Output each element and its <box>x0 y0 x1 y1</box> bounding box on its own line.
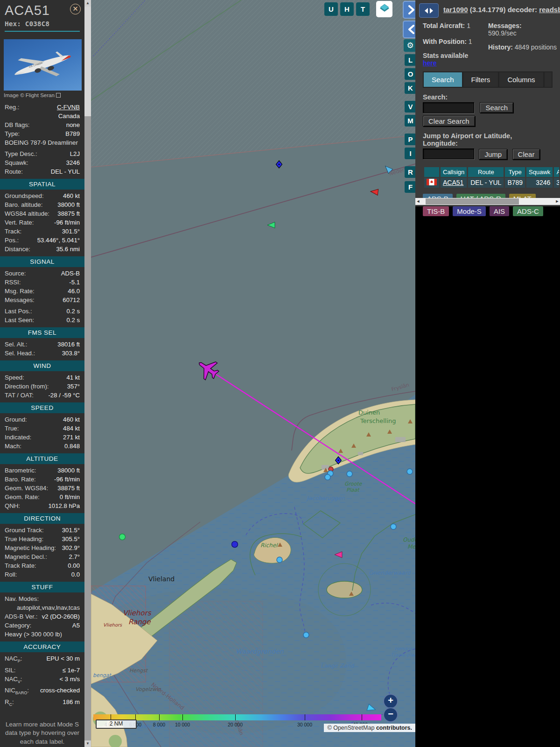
data-label: Groundspeed: <box>5 191 44 200</box>
total-aircraft: Total Aircraft: 1 <box>423 22 488 29</box>
scroll-up-icon[interactable]: ▲ <box>84 0 91 7</box>
map-button-O[interactable]: O <box>405 68 416 80</box>
legend-tick-label: 30 000 <box>297 722 312 727</box>
messages-rate: Messages:590.9/sec <box>488 22 557 37</box>
data-row: Canada <box>0 112 84 120</box>
gear-icon[interactable]: ⚙ <box>404 39 417 52</box>
map-button-M[interactable]: M <box>405 115 416 127</box>
data-row: Type:B789 <box>0 129 84 138</box>
data-row: Indicated:271 kt <box>0 433 84 442</box>
registration-link[interactable]: C-FVNB <box>57 103 80 112</box>
place-label: Plaat <box>346 487 360 493</box>
scroll-left-icon[interactable]: ◄ <box>415 198 421 205</box>
aircraft-info-content: ACA51 ✕ Hex: C038C8 AIR C <box>0 0 84 747</box>
column-header[interactable]: Type <box>505 167 525 177</box>
aircraft-marker[interactable] <box>325 474 330 480</box>
map-button-L[interactable]: L <box>405 54 416 66</box>
jump-input[interactable] <box>423 148 474 159</box>
legend-tick <box>305 714 305 720</box>
data-row: Last Pos.:0.2 s <box>0 307 84 316</box>
map-attribution[interactable]: © OpenStreetMap contributors. <box>324 724 415 732</box>
map-button-R[interactable]: R <box>405 166 416 178</box>
aircraft-marker[interactable] <box>347 471 352 477</box>
scroll-right-icon[interactable]: ► <box>554 198 560 205</box>
left-scrollbar[interactable]: ▲ ▼ <box>84 0 91 747</box>
map-button-K[interactable]: K <box>405 82 416 94</box>
callsign-link[interactable]: ACA51 <box>443 179 463 186</box>
place-label: Hendrik <box>394 646 413 651</box>
column-header[interactable]: Alt. (ft) <box>554 167 559 177</box>
map-button-V[interactable]: V <box>405 101 416 113</box>
tab-columns[interactable]: Columns <box>499 72 543 87</box>
data-value: -96 ft/min <box>54 218 80 227</box>
layers-icon[interactable] <box>376 1 392 17</box>
map-button-I[interactable]: I <box>405 148 416 159</box>
aircraft-marker[interactable] <box>391 524 396 529</box>
map-button-U[interactable]: U <box>324 2 338 16</box>
data-label: RSSI: <box>5 278 21 287</box>
data-row: BOEING 787-9 Dreamliner <box>0 138 84 147</box>
section-header: WIND <box>0 360 84 371</box>
zoom-in-button[interactable]: + <box>383 694 398 709</box>
data-label: Geom. WGS84: <box>5 484 48 493</box>
aircraft-marker[interactable] <box>119 534 126 540</box>
zoom-out-button[interactable]: − <box>383 707 398 722</box>
jump-clear-button[interactable]: Clear <box>512 149 540 160</box>
search-input[interactable] <box>423 102 474 113</box>
data-value: 484 kt <box>63 424 80 433</box>
horizontal-scrollbar[interactable]: ◄ ► <box>415 198 560 205</box>
map-button-F[interactable]: F <box>405 181 416 193</box>
scroll-down-icon[interactable]: ▼ <box>84 740 91 747</box>
data-row: Distance:35.6 nmi <box>0 245 84 254</box>
data-row: True:484 kt <box>0 424 84 433</box>
tab-search[interactable]: Search <box>424 72 462 87</box>
legend-tick <box>159 714 160 720</box>
data-label: Magnetic Decl.: <box>5 552 47 561</box>
app-name-link[interactable]: tar1090 <box>443 6 468 14</box>
aircraft-marker[interactable] <box>303 632 309 638</box>
data-label: Baro. altitude: <box>5 200 42 209</box>
data-label: True: <box>5 424 19 433</box>
legend-tick <box>182 714 183 720</box>
jump-label: Jump to Airport or Latitude, Longitude: <box>423 132 539 147</box>
data-value: 38875 ft <box>57 209 80 218</box>
search-button[interactable]: Search <box>480 102 513 113</box>
aircraft-marker[interactable] <box>232 542 238 548</box>
aircraft-marker[interactable] <box>277 557 282 563</box>
table-row[interactable]: ACA51DEL - YULB789324638000 <box>424 178 559 188</box>
data-row: RC:186 m <box>0 698 84 709</box>
column-header[interactable] <box>424 167 439 177</box>
column-header[interactable]: Callsign <box>441 167 467 177</box>
scrollbar-thumb[interactable] <box>84 7 91 116</box>
section-header: ACCURACY <box>0 641 84 652</box>
column-header[interactable]: Route <box>468 167 504 177</box>
photo-credit[interactable]: Image © Flight Seran <box>4 92 84 98</box>
map[interactable]: NederlânFryslânDuinenTerschellingGrooteP… <box>91 0 415 747</box>
data-value: 38016 ft <box>57 340 80 349</box>
data-label: Type: <box>5 129 20 138</box>
section-header: STUFF <box>0 582 84 592</box>
section-header: SIGNAL <box>0 256 84 267</box>
data-label: Vert. Rate: <box>5 218 34 227</box>
map-button-H[interactable]: H <box>340 2 354 16</box>
tar1090-app: ACA51 ✕ Hex: C038C8 AIR C <box>0 0 560 747</box>
aircraft-callsign: ACA51 <box>5 3 80 18</box>
hscroll-thumb[interactable] <box>426 198 519 204</box>
data-row: Speed:41 kt <box>0 373 84 382</box>
close-icon[interactable]: ✕ <box>70 4 81 14</box>
aircraft-marker[interactable] <box>407 469 413 474</box>
column-header[interactable]: Squawk <box>526 167 553 177</box>
data-row: Sel. Alt.:38016 ft <box>0 340 84 349</box>
stats-here-link[interactable]: here <box>423 59 437 67</box>
jump-button[interactable]: Jump <box>479 149 507 160</box>
aircraft-photo[interactable]: AIR CANADA <box>4 39 82 91</box>
panel-collapse-toggle[interactable] <box>419 3 439 18</box>
data-value: none <box>66 120 80 129</box>
map-button-P[interactable]: P <box>405 134 416 145</box>
tab-filters[interactable]: Filters <box>463 72 498 87</box>
clear-search-button[interactable]: Clear Search <box>423 116 475 127</box>
decoder-link[interactable]: readsb <box>539 6 560 14</box>
search-row: Search <box>423 101 557 113</box>
right-panel-top: tar1090 (3.14.1779) decoder: readsb Tota… <box>415 0 560 206</box>
map-button-T[interactable]: T <box>356 2 370 16</box>
